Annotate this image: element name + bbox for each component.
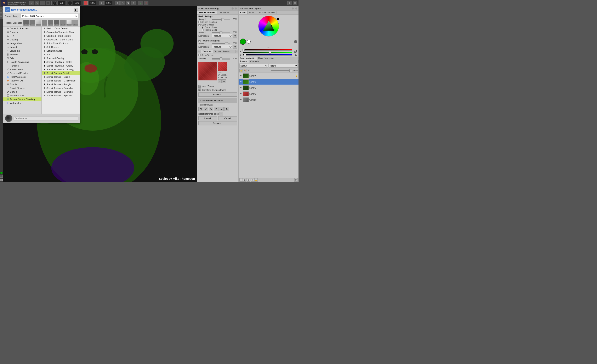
texture-color-radio[interactable] [202, 29, 204, 31]
strength-track[interactable] [212, 19, 230, 20]
layer-preserve-btn[interactable]: ⊡ [247, 69, 250, 72]
visibility-track[interactable] [212, 58, 230, 59]
opacity1-input[interactable] [73, 1, 81, 5]
layer-opacity-thumb[interactable] [289, 69, 292, 72]
flip-h-icon[interactable]: ⇆ [120, 1, 125, 5]
brush-soft[interactable]: Soft [42, 53, 80, 56]
transform-flip-h-btn[interactable]: ⇆ [219, 107, 224, 111]
color-swatch-main[interactable] [84, 1, 88, 5]
layer-add-btn[interactable]: + [239, 178, 243, 182]
brush-stencil-paper-pastel[interactable]: Stencil Paper – Pastel [42, 71, 80, 75]
brush-stencil-flow-grainy[interactable]: Stencil Flow Map – Grainy [42, 64, 80, 68]
recent-brush-5[interactable]: Stencil [48, 20, 54, 26]
transform-rotate-btn[interactable]: ↻ [209, 107, 213, 111]
texture-grid-btn[interactable]: ⊞ [222, 79, 226, 83]
show-texture-checkbox[interactable] [198, 54, 201, 56]
brush-stencil-texture-speckle[interactable]: Stencil Texture – Speckle [42, 94, 80, 97]
rotate-icon[interactable]: ↺ [115, 1, 120, 5]
brush-stencil-texture-grainy-dab[interactable]: Stencil Texture – Grainy Dab [42, 79, 80, 82]
cat-real-watercolor[interactable]: Real Watercolor [3, 75, 41, 79]
transform-scale-btn[interactable]: ↗ [204, 107, 208, 111]
texture-libraries-tab[interactable]: Texture Libraries [213, 50, 231, 53]
reset-icon-btn[interactable]: ✢ [220, 112, 223, 115]
transform-save-as-btn[interactable]: Save As... [198, 121, 237, 125]
brush-soft-luminance[interactable]: Soft Luminance [42, 49, 80, 53]
brush-soft-color-control[interactable]: Soft – Color Control – [42, 41, 80, 45]
expression-select[interactable]: Pressure [212, 34, 232, 38]
menu-icon[interactable]: ☰ [293, 1, 297, 5]
cat-simple[interactable]: Simple [3, 82, 41, 86]
invert-texture-btn[interactable]: ⬡ Invert Texture [197, 84, 238, 88]
layer-2-row[interactable]: 👁 Layer 2 [239, 85, 298, 91]
opacity2-input[interactable] [88, 1, 96, 5]
secondary-color-swatch[interactable] [247, 40, 251, 44]
color-wheel-marker[interactable] [277, 18, 279, 20]
layers-tab[interactable]: Layers [239, 60, 249, 63]
color-panel-close[interactable] [292, 8, 294, 9]
transform-icon[interactable]: ⊡ [131, 1, 136, 5]
source-blending-checkbox[interactable] [198, 21, 201, 23]
brush-glow-splat[interactable]: Glow Splat – Color Control [42, 38, 80, 41]
brush-soft-chroma[interactable]: Soft Chroma [42, 45, 80, 49]
texture-thumb-large[interactable] [198, 62, 217, 80]
brush-size-input[interactable] [57, 1, 65, 5]
tool-icon-2[interactable]: ⬛ [46, 1, 50, 5]
cat-smart-strokes[interactable]: Smart Strokes [3, 86, 41, 90]
cat-liquid-ink[interactable]: Liquid Ink [3, 49, 41, 53]
recent-brush-6[interactable]: Stencil [54, 20, 60, 26]
amount-track[interactable] [212, 32, 230, 33]
layer-1-row[interactable]: 👁 Layer 1 [239, 91, 298, 97]
tool-icon-3[interactable]: ⊞ [99, 1, 104, 5]
flip-v-icon[interactable]: ⇅ [126, 1, 130, 5]
b-thumb[interactable] [244, 54, 246, 56]
recent-brush-4[interactable]: Stencil [42, 20, 47, 26]
cancel-icon-top[interactable]: ✕ [144, 1, 149, 5]
recent-brush-9[interactable]: Ste [72, 20, 78, 26]
composite-select[interactable]: Default [239, 64, 268, 68]
transform-move-btn[interactable]: ⊞ [198, 107, 203, 111]
color-tab[interactable]: Color [239, 11, 248, 14]
brush-stencil-flow-spongy[interactable]: Stencil Flow Map – Spongy [42, 68, 80, 71]
strength-thumb[interactable] [221, 18, 224, 21]
texture-thumb-small[interactable] [218, 62, 227, 71]
color-set-libraries-tab[interactable]: Color Set Libraries [256, 11, 277, 14]
cat-oils[interactable]: Oils [3, 56, 41, 60]
color-switch-icon[interactable] [294, 40, 297, 43]
layer-effects-btn[interactable]: ★ [251, 178, 254, 182]
cat-erasers[interactable]: Erasers [3, 30, 41, 34]
brush-panel-arrow[interactable]: ▶ [74, 8, 78, 12]
smudge-thumb[interactable] [225, 42, 228, 45]
texture-down-btn[interactable]: ↓ [218, 79, 222, 83]
left-tool-3[interactable] [0, 13, 3, 16]
brush-speckled-overlay[interactable]: Speckled Overlay [42, 56, 80, 60]
layer-lock2-btn[interactable]: 🔒 [254, 178, 258, 182]
color-swapper[interactable] [0, 175, 3, 178]
layer-mask-btn[interactable]: ⊡ [247, 178, 250, 182]
layers-menu-btn[interactable]: ☰ [296, 60, 298, 63]
mixer-tab[interactable]: Mixer [248, 11, 256, 14]
visibility-thumb[interactable] [220, 57, 222, 60]
recent-brush-1[interactable]: Stencil [23, 20, 29, 26]
transform-textures-panel-btn[interactable]: ⊞ Transform Textures Panel [197, 88, 238, 92]
dab-stencil-tab[interactable]: Dab Stencil [217, 11, 231, 14]
main-color-swatch[interactable] [240, 39, 246, 45]
layer-4-lock[interactable]: 🔒 [295, 75, 298, 77]
layer-lock-btn[interactable]: 🔒 [239, 69, 243, 72]
color-wheel[interactable] [258, 16, 279, 37]
color-control-checkbox[interactable] [198, 24, 201, 26]
amount-thumb[interactable] [220, 31, 222, 34]
layer-4-row[interactable]: 👁 Layer 4 🔒 [239, 73, 298, 79]
brush-name-input[interactable] [14, 116, 78, 120]
color-indicator[interactable] [0, 172, 3, 174]
textures-tab[interactable]: Textures [201, 50, 213, 53]
color-variability-tab[interactable]: Color Variability [239, 57, 257, 60]
current-color-radio[interactable] [202, 26, 204, 29]
cat-texture-cover[interactable]: Texture Cover [3, 94, 41, 97]
channels-tab[interactable]: Channels [249, 60, 260, 63]
cat-watercolor[interactable]: Watercolor [3, 101, 41, 105]
cat-pens-pencils[interactable]: Pens and Pencils [3, 71, 41, 75]
blend-select[interactable]: Ignore [269, 64, 298, 68]
texture-save-as-btn[interactable]: Save As... [198, 92, 237, 97]
left-tool-2[interactable] [0, 10, 3, 13]
settings-icon[interactable]: ⚙ [287, 1, 292, 5]
